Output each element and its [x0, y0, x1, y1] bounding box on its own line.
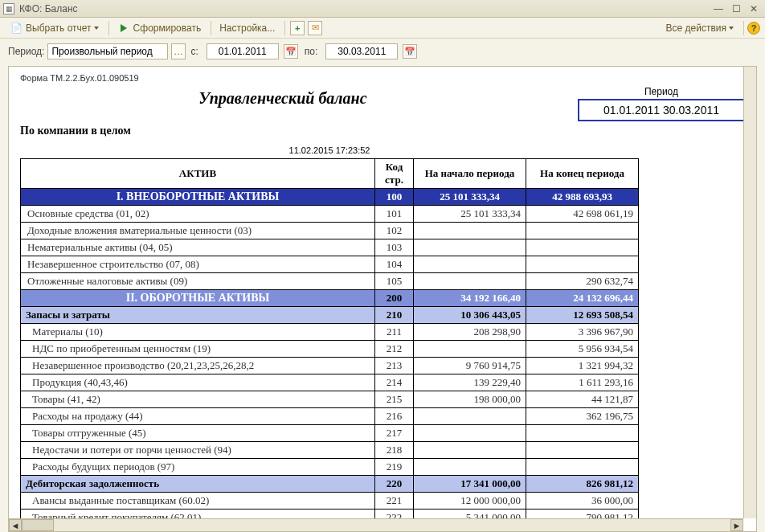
horizontal-scrollbar[interactable]: ◄ ►	[9, 518, 743, 531]
row-end-value: 3 396 967,90	[526, 324, 639, 341]
date-to-input[interactable]	[325, 43, 398, 59]
select-report-button[interactable]: 📄 Выбрать отчет	[5, 20, 104, 36]
scroll-thumb[interactable]	[22, 519, 54, 531]
table-row[interactable]: Авансы выданные поставщикам (60.02)22112…	[21, 493, 639, 509]
table-row[interactable]: II. ОБОРОТНЫЕ АКТИВЫ20034 192 166,4024 1…	[21, 290, 639, 307]
date-to-calendar-button[interactable]: 📅	[403, 44, 417, 59]
settings-button[interactable]: Настройка...	[215, 21, 280, 35]
row-end-value: 362 196,75	[526, 408, 639, 425]
email-button[interactable]: ✉	[308, 21, 322, 35]
row-name: Отложенные налоговые активы (09)	[21, 273, 375, 290]
mail-icon: ✉	[312, 23, 319, 33]
row-begin-value	[414, 273, 526, 290]
close-button[interactable]: ✕	[746, 2, 762, 15]
vertical-scrollbar[interactable]	[743, 67, 756, 518]
table-row[interactable]: Дебиторская задолженность22017 341 000,0…	[21, 476, 639, 493]
period-type-input[interactable]	[47, 43, 168, 59]
row-begin-value: 9 760 914,75	[414, 358, 526, 374]
row-name: Недостачи и потери от порчи ценностей (9…	[21, 442, 375, 459]
row-code: 220	[375, 476, 414, 493]
row-code: 210	[375, 307, 414, 324]
row-end-value: 42 988 693,93	[526, 189, 639, 206]
row-name: I. ВНЕОБОРОТНЫЕ АКТИВЫ	[21, 189, 375, 206]
report-title: Управленческий баланс	[20, 89, 546, 108]
row-name: Товары отгруженные (45)	[21, 425, 375, 442]
table-row[interactable]: Незавершенное строительство (07, 08)104	[21, 256, 639, 273]
row-end-value: 12 693 508,54	[526, 307, 639, 324]
help-button[interactable]: ?	[747, 22, 760, 35]
settings-label: Настройка...	[219, 23, 275, 34]
row-code: 214	[375, 374, 414, 391]
date-from-calendar-button[interactable]: 📅	[284, 44, 298, 59]
table-row[interactable]: Незавершенное производство (20,21,23,25,…	[21, 358, 639, 374]
table-row[interactable]: НДС по приобретенным ценностям (19)2125 …	[21, 341, 639, 358]
table-row[interactable]: Расходы будущих периодов (97)219	[21, 459, 639, 476]
row-begin-value: 139 229,40	[414, 374, 526, 391]
generate-button[interactable]: Сформировать	[112, 20, 207, 36]
row-begin-value: 10 306 443,05	[414, 307, 526, 324]
row-name: Доходные вложения вматериальные ценности…	[21, 223, 375, 239]
chevron-right-icon: ►	[733, 521, 742, 530]
table-row[interactable]: Доходные вложения вматериальные ценности…	[21, 223, 639, 239]
row-end-value: 1 321 994,32	[526, 358, 639, 374]
report-area: Форма ТМ.2.2.Бух.01.090519 Управленчески…	[8, 66, 757, 532]
row-begin-value	[414, 408, 526, 425]
row-code: 100	[375, 189, 414, 206]
row-begin-value: 25 101 333,34	[414, 206, 526, 223]
col-asset: АКТИВ	[21, 159, 375, 189]
separator	[108, 21, 109, 35]
period-picker-button[interactable]: ...	[171, 43, 186, 59]
row-begin-value	[414, 341, 526, 358]
row-end-value: 44 121,87	[526, 391, 639, 408]
period-box-label: Период	[578, 86, 745, 97]
row-end-value: 290 632,74	[526, 273, 639, 290]
table-row[interactable]: Товары (41, 42)215198 000,0044 121,87	[21, 391, 639, 408]
row-name: НДС по приобретенным ценностям (19)	[21, 341, 375, 358]
table-row[interactable]: Отложенные налоговые активы (09)105290 6…	[21, 273, 639, 290]
row-code: 105	[375, 273, 414, 290]
document-icon: 📄	[10, 22, 22, 35]
row-end-value	[526, 425, 639, 442]
table-row[interactable]: I. ВНЕОБОРОТНЫЕ АКТИВЫ10025 101 333,3442…	[21, 189, 639, 206]
row-code: 213	[375, 358, 414, 374]
row-code: 102	[375, 223, 414, 239]
table-row[interactable]: Расходы на продажу (44)216362 196,75	[21, 408, 639, 425]
row-name: Основные средства (01, 02)	[21, 206, 375, 223]
row-end-value: 1 611 293,16	[526, 374, 639, 391]
row-begin-value	[414, 223, 526, 239]
row-end-value	[526, 256, 639, 273]
row-begin-value: 17 341 000,00	[414, 476, 526, 493]
row-code: 211	[375, 324, 414, 341]
scroll-left-button[interactable]: ◄	[9, 519, 22, 531]
table-row[interactable]: Недостачи и потери от порчи ценностей (9…	[21, 442, 639, 459]
titlebar: ▦ КФО: Баланс — ☐ ✕	[0, 0, 765, 18]
table-row[interactable]: Основные средства (01, 02)10125 101 333,…	[21, 206, 639, 223]
all-actions-button[interactable]: Все действия	[661, 21, 738, 35]
row-end-value: 826 981,12	[526, 476, 639, 493]
add-button[interactable]: +	[290, 21, 305, 35]
row-code: 216	[375, 408, 414, 425]
maximize-button[interactable]: ☐	[728, 2, 744, 15]
calendar-icon: 📅	[285, 47, 297, 57]
col-begin: На начало периода	[414, 159, 526, 189]
separator	[211, 21, 211, 35]
scroll-right-button[interactable]: ►	[730, 519, 743, 531]
period-box-value: 01.01.2011 30.03.2011	[578, 99, 745, 121]
row-code: 217	[375, 425, 414, 442]
report-timestamp: 11.02.2015 17:23:52	[20, 145, 639, 155]
table-row[interactable]: Материалы (10)211208 298,903 396 967,90	[21, 324, 639, 341]
row-name: II. ОБОРОТНЫЕ АКТИВЫ	[21, 290, 375, 307]
table-row[interactable]: Товары отгруженные (45)217	[21, 425, 639, 442]
question-icon: ?	[751, 23, 757, 33]
table-row[interactable]: Продукция (40,43,46)214139 229,401 611 2…	[21, 374, 639, 391]
row-code: 101	[375, 206, 414, 223]
form-number: Форма ТМ.2.2.Бух.01.090519	[20, 73, 745, 83]
date-from-input[interactable]	[207, 43, 279, 59]
table-row[interactable]: Нематериальные активы (04, 05)103	[21, 239, 639, 256]
row-end-value: 5 956 934,54	[526, 341, 639, 358]
row-name: Нематериальные активы (04, 05)	[21, 239, 375, 256]
row-end-value: 24 132 696,44	[526, 290, 639, 307]
table-row[interactable]: Запасы и затраты21010 306 443,0512 693 5…	[21, 307, 639, 324]
row-name: Продукция (40,43,46)	[21, 374, 375, 391]
minimize-button[interactable]: —	[710, 2, 726, 15]
